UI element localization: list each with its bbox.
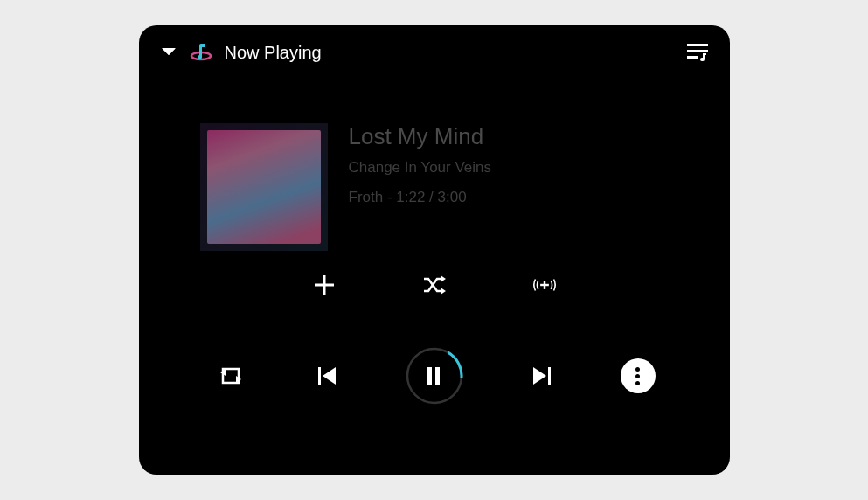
svg-marker-0 [162, 48, 176, 55]
skip-next-icon [533, 367, 551, 385]
track-elapsed: 1:22 [396, 189, 425, 205]
album-art[interactable] [200, 123, 328, 251]
track-duration: 3:00 [438, 189, 467, 205]
more-options-button[interactable] [621, 358, 656, 393]
queue-icon [687, 44, 708, 61]
header-title: Now Playing [225, 43, 322, 63]
queue-button[interactable] [686, 41, 709, 64]
track-album: Change In Your Veins [349, 159, 492, 177]
track-content: Lost My Mind Change In Your Veins Froth … [139, 80, 730, 268]
next-button[interactable] [524, 358, 559, 393]
playback-controls [139, 347, 730, 405]
svg-rect-6 [315, 284, 334, 287]
svg-marker-8 [441, 288, 446, 295]
previous-button[interactable] [309, 358, 344, 393]
collapse-button[interactable] [160, 44, 177, 61]
svg-rect-2 [687, 44, 708, 46]
broadcast-button[interactable] [533, 274, 556, 296]
broadcast-icon [533, 275, 556, 295]
skip-previous-icon [318, 367, 336, 385]
track-artist: Froth [349, 189, 384, 205]
shuffle-icon [423, 275, 446, 295]
shuffle-button[interactable] [423, 274, 446, 296]
svg-rect-13 [318, 367, 321, 385]
more-vertical-icon [635, 367, 640, 372]
svg-rect-4 [687, 56, 698, 59]
pause-icon [427, 367, 441, 385]
player-header: Now Playing [139, 25, 730, 80]
play-pause-button[interactable] [406, 347, 463, 405]
svg-rect-3 [687, 50, 708, 52]
album-art-image [207, 130, 321, 244]
secondary-actions [139, 274, 730, 296]
track-title: Lost My Mind [349, 123, 492, 150]
chevron-down-icon [162, 48, 176, 57]
svg-marker-14 [323, 367, 336, 385]
svg-marker-17 [533, 367, 546, 385]
app-logo-icon[interactable] [190, 41, 212, 64]
plus-icon [315, 275, 334, 295]
music-player-card: Now Playing Lost My Mind Change In Your … [139, 25, 730, 475]
add-button[interactable] [313, 274, 336, 296]
svg-rect-18 [548, 367, 551, 385]
svg-rect-10 [540, 284, 549, 286]
repeat-icon [220, 366, 241, 385]
svg-marker-7 [441, 275, 446, 282]
repeat-button[interactable] [213, 358, 248, 393]
track-metadata: Lost My Mind Change In Your Veins Froth … [349, 123, 492, 251]
track-artist-time: Froth - 1:22 / 3:00 [349, 189, 492, 206]
